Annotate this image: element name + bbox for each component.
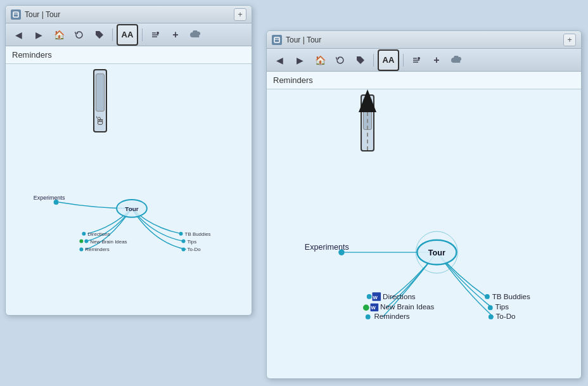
front-tbbuddies-label: TB Buddies	[492, 292, 530, 300]
front-directions-dot	[367, 294, 372, 299]
back-home-button[interactable]: 🏠	[50, 26, 68, 44]
front-dotted-line	[367, 112, 368, 150]
back-todo-dot	[182, 248, 186, 252]
front-window: Tour | Tour + ◀ ▶ 🏠 AA	[266, 30, 582, 379]
back-directions-dot	[82, 232, 86, 236]
front-todo-dot	[489, 314, 494, 319]
front-reminders-label: Reminders	[267, 72, 581, 89]
front-window-title: Tour | Tour	[286, 35, 321, 44]
front-separator-2	[403, 54, 404, 67]
front-refresh-button[interactable]	[331, 51, 349, 69]
svg-rect-6	[274, 37, 279, 42]
front-scroll-up-arrow	[359, 89, 376, 112]
front-tips-dot	[488, 306, 493, 311]
front-tips-label: Tips	[495, 302, 509, 311]
front-reminders-dot	[366, 314, 371, 319]
back-reminders-label: Reminders	[6, 46, 252, 64]
back-reminders-node-label: Reminders	[85, 247, 109, 252]
svg-rect-0	[13, 12, 18, 17]
front-new-tab-button[interactable]: +	[563, 34, 576, 46]
front-cloud-button[interactable]	[448, 51, 466, 69]
back-window-title: Tour | Tour	[25, 10, 60, 19]
back-cloud-button[interactable]	[187, 26, 205, 44]
front-tag-button[interactable]	[352, 51, 369, 69]
back-tips-dot	[182, 240, 186, 243]
back-mindmap-svg: Experiments Tour Directions	[6, 64, 252, 315]
back-newbrain-dot2	[84, 240, 88, 243]
front-add-button[interactable]: +	[428, 51, 445, 69]
back-directions-label: Directions	[87, 231, 110, 237]
front-window-icon	[272, 35, 282, 45]
svg-text:W: W	[371, 305, 376, 311]
back-tbbuddies-label: TB Buddies	[185, 231, 211, 237]
front-nav-forward-button[interactable]: ▶	[291, 51, 309, 69]
back-tour-label: Tour	[125, 205, 138, 212]
back-window: Tour | Tour + ◀ ▶ 🏠 AA	[5, 5, 252, 316]
back-todo-label: To-Do	[188, 247, 201, 252]
back-newbrain-dot	[79, 240, 83, 243]
front-toolbar: ◀ ▶ 🏠 AA	[267, 49, 581, 72]
front-experiments-label: Experiments	[305, 243, 349, 252]
front-title-bar: Tour | Tour +	[267, 31, 581, 49]
back-experiments-label: Experiments	[34, 195, 65, 201]
back-font-size-button[interactable]: AA	[117, 24, 138, 46]
front-tour-label: Tour	[428, 248, 445, 257]
back-tag-button[interactable]	[91, 26, 108, 44]
front-mindmap-area: Experiments Tour W	[267, 89, 581, 378]
front-newbrain-green-dot	[363, 305, 369, 311]
svg-point-5	[157, 32, 159, 34]
back-separator-1	[112, 29, 113, 41]
front-tbbuddies-dot	[485, 294, 490, 299]
front-separator-1	[373, 54, 374, 67]
back-title-bar: Tour | Tour +	[6, 6, 252, 23]
front-window-content: ◀ ▶ 🏠 AA	[267, 49, 581, 378]
back-arrange-button[interactable]	[146, 26, 164, 44]
front-nav-back-button[interactable]: ◀	[271, 51, 288, 69]
back-add-button[interactable]: +	[167, 26, 184, 44]
back-refresh-button[interactable]	[70, 26, 88, 44]
front-newbrain-label: New Brain Ideas	[380, 302, 434, 311]
back-newbrain-label: New Brain Ideas	[90, 239, 127, 245]
back-window-content: ◀ ▶ 🏠 AA	[6, 23, 252, 315]
back-toolbar: ◀ ▶ 🏠 AA	[6, 23, 252, 46]
front-directions-label: Directions	[383, 292, 416, 300]
front-home-button[interactable]: 🏠	[311, 51, 329, 69]
back-mindmap-area: 🖱 Experiments Tour	[6, 64, 252, 315]
front-mindmap-svg: Experiments Tour W	[267, 89, 581, 378]
svg-text:W: W	[373, 295, 378, 300]
back-tips-label: Tips	[188, 239, 197, 245]
back-window-icon	[11, 10, 21, 20]
back-separator-2	[142, 29, 143, 41]
back-nav-forward-button[interactable]: ▶	[30, 26, 48, 44]
svg-point-11	[418, 57, 420, 60]
back-nav-back-button[interactable]: ◀	[10, 26, 27, 44]
front-todo-label: To-Do	[496, 312, 516, 320]
front-arrange-button[interactable]	[407, 51, 425, 69]
front-font-size-button[interactable]: AA	[378, 49, 399, 71]
back-new-tab-button[interactable]: +	[234, 8, 246, 21]
back-tbbuddies-dot	[179, 232, 183, 236]
back-reminders-dot	[79, 248, 83, 252]
front-reminders-node-label: Reminders	[374, 312, 409, 320]
